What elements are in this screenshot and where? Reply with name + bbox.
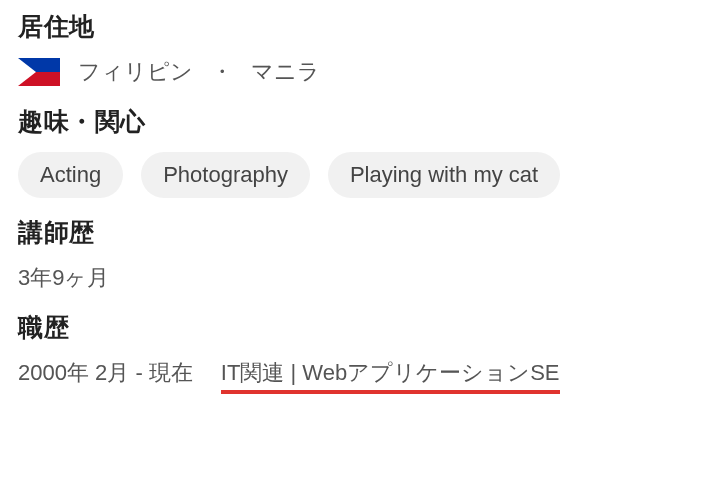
career-period: 2000年 2月 - 現在 [18,358,193,388]
heading-teaching: 講師歴 [18,216,688,249]
hobby-tags: Acting Photography Playing with my cat [18,152,688,198]
section-hobbies: 趣味・関心 Acting Photography Playing with my… [18,105,688,198]
career-row: 2000年 2月 - 現在 IT関連 | WebアプリケーションSE [18,358,688,392]
hobby-tag[interactable]: Playing with my cat [328,152,560,198]
section-career: 職歴 2000年 2月 - 現在 IT関連 | WebアプリケーションSE [18,311,688,392]
heading-career: 職歴 [18,311,688,344]
flag-philippines-icon [18,58,60,86]
section-location: 居住地 フィリピン ・ マニラ [18,10,688,87]
career-role[interactable]: IT関連 | WebアプリケーションSE [221,358,560,392]
heading-location: 居住地 [18,10,688,43]
teaching-value: 3年9ヶ月 [18,263,688,293]
heading-hobbies: 趣味・関心 [18,105,688,138]
hobby-tag[interactable]: Photography [141,152,310,198]
location-city: マニラ [251,57,320,87]
section-teaching: 講師歴 3年9ヶ月 [18,216,688,293]
hobby-tag[interactable]: Acting [18,152,123,198]
location-row: フィリピン ・ マニラ [18,57,688,87]
location-country: フィリピン [78,57,193,87]
location-separator: ・ [211,57,233,87]
